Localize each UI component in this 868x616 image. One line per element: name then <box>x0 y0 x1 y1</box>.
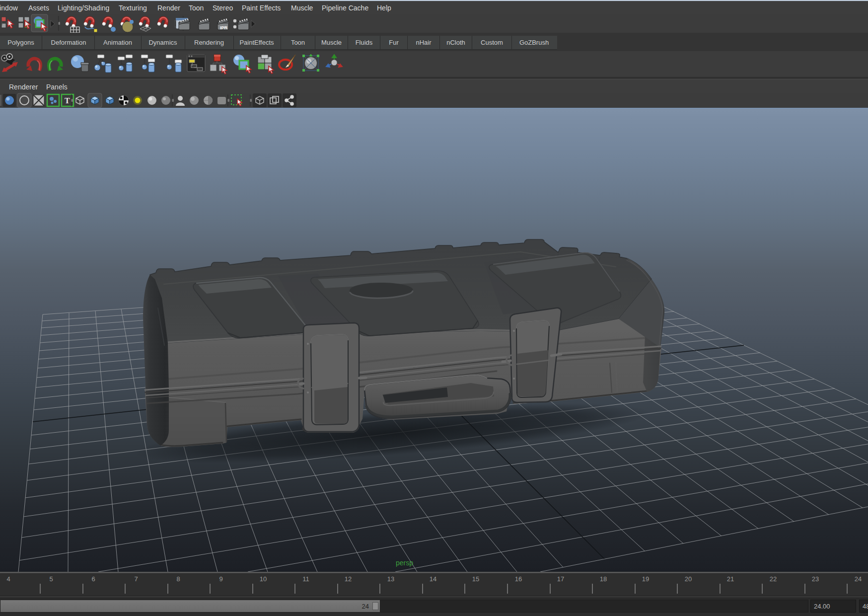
svg-text:22: 22 <box>770 575 777 583</box>
svg-text:24: 24 <box>855 575 862 583</box>
svg-text:15: 15 <box>472 575 479 583</box>
svg-text:17: 17 <box>557 575 564 583</box>
svg-text:5: 5 <box>49 575 53 583</box>
svg-text:T: T <box>65 96 70 105</box>
svg-text:19: 19 <box>642 575 649 583</box>
svg-text:4: 4 <box>6 575 10 583</box>
svg-text:9: 9 <box>219 575 222 583</box>
svg-text:11: 11 <box>302 575 309 583</box>
svg-text:7: 7 <box>134 575 138 583</box>
svg-text:12: 12 <box>345 575 352 583</box>
svg-text:18: 18 <box>600 575 607 583</box>
svg-text:21: 21 <box>727 575 734 583</box>
svg-text:14: 14 <box>430 575 436 583</box>
svg-text:6: 6 <box>91 575 95 583</box>
svg-text:persp: persp <box>396 559 413 567</box>
svg-text:13: 13 <box>387 575 394 583</box>
svg-text:16: 16 <box>515 575 522 583</box>
svg-text:10: 10 <box>260 575 267 583</box>
svg-text:20: 20 <box>685 575 692 583</box>
svg-text:23: 23 <box>812 575 819 583</box>
svg-text:8: 8 <box>176 575 180 583</box>
